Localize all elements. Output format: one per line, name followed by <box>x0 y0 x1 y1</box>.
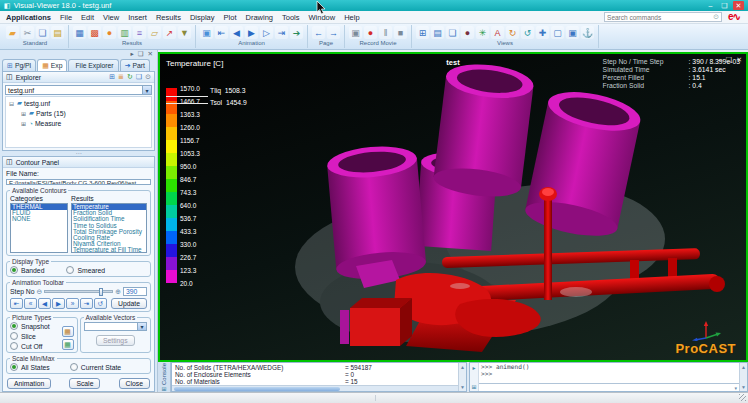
animation-button[interactable]: Animation <box>7 378 51 389</box>
console-tab[interactable]: Console <box>161 363 167 385</box>
next-page-icon[interactable]: → <box>327 26 340 39</box>
message-hscrollbar[interactable] <box>172 385 458 391</box>
radio-snapshot[interactable]: Snapshot <box>10 322 60 330</box>
globe-icon[interactable]: ● <box>461 26 474 39</box>
close-button[interactable]: ✕ <box>733 1 744 10</box>
first-frame-icon[interactable]: ⇤ <box>215 26 228 39</box>
category-none[interactable]: NONE <box>11 216 67 222</box>
tree-expander-icon[interactable]: ⊟ <box>8 100 15 107</box>
step-forward-icon[interactable]: ▷ <box>260 26 273 39</box>
scroll-up-icon[interactable]: ▲ <box>741 364 746 370</box>
console-tab-strip[interactable]: Console ⊞ <box>158 362 171 392</box>
vector-plot-icon[interactable]: ↗ <box>163 26 176 39</box>
slice-tool-icon[interactable]: ▦ <box>62 326 74 337</box>
options-icon[interactable]: ⊙ <box>145 73 151 81</box>
menu-item[interactable]: File <box>60 13 72 22</box>
last-frame-icon[interactable]: ⇥ <box>275 26 288 39</box>
prev-page-icon[interactable]: ← <box>312 26 325 39</box>
banded-contour-icon[interactable]: ▩ <box>88 26 101 39</box>
tab-pg-pl[interactable]: ⊞Pg/Pl <box>2 59 36 71</box>
float-icon[interactable]: ❏ <box>138 50 144 58</box>
pause-icon[interactable]: ‖ <box>379 26 392 39</box>
window-layout-icon[interactable]: ⊞ <box>416 26 429 39</box>
sphere-icon[interactable]: ● <box>103 26 116 39</box>
filter-icon[interactable]: ▼ <box>178 26 191 39</box>
grid-icon[interactable]: ⊞ <box>471 383 476 390</box>
explorer-dropdown[interactable]: testg.unf ▾ <box>5 85 152 95</box>
open-folder-icon[interactable]: ▰ <box>6 26 19 39</box>
menu-item[interactable]: Results <box>156 13 181 22</box>
settings-button[interactable]: Settings <box>96 335 135 346</box>
scroll-down-icon[interactable]: ▼ <box>460 384 465 390</box>
close-button[interactable]: Close <box>119 378 150 389</box>
chevron-down-icon[interactable]: ▾ <box>137 323 146 330</box>
chart-icon[interactable]: ▥ <box>118 26 131 39</box>
step-forward-button[interactable]: » <box>66 298 79 309</box>
refresh-icon[interactable]: ↻ <box>127 73 133 81</box>
result-temperature-at-fill-time[interactable]: Temperature at Fill Time <box>72 247 146 253</box>
restore-button[interactable]: ❏ <box>719 1 730 10</box>
fast-rewind-button[interactable]: « <box>24 298 37 309</box>
step-slider[interactable] <box>44 290 113 293</box>
play-icon[interactable]: ▶ <box>245 26 258 39</box>
loop-button[interactable]: ↺ <box>94 298 107 309</box>
scroll-down-icon[interactable]: ▼ <box>741 384 746 390</box>
record-icon[interactable]: ● <box>364 26 377 39</box>
3d-viewport[interactable]: Temperature [C] test – ❏ ✕ 1570.01466.71… <box>158 52 748 362</box>
file-name-field[interactable]: E:/Installs/ESI/Test/Body CG 3-600 Rev06… <box>6 179 151 185</box>
close-icon[interactable]: ✕ <box>148 50 153 58</box>
vectors-dropdown[interactable]: ▾ <box>84 322 148 331</box>
radio-banded[interactable]: Banded <box>10 266 44 274</box>
stop-icon[interactable]: ■ <box>394 26 407 39</box>
run-icon[interactable]: ▸ <box>472 364 475 371</box>
tree-item-measure[interactable]: ⊞◔Measure <box>6 118 151 128</box>
radio-cut-off[interactable]: Cut Off <box>10 342 60 350</box>
float-window-icon[interactable]: ❏ <box>136 73 142 81</box>
step-value-field[interactable]: 390 <box>123 287 147 296</box>
rotate-icon[interactable]: ↻ <box>506 26 519 39</box>
search-input[interactable] <box>607 14 713 21</box>
radio-smeared[interactable]: Smeared <box>66 266 105 274</box>
play-button[interactable]: ▶ <box>52 298 65 309</box>
scale-button[interactable]: Scale <box>69 378 100 389</box>
message-scrollbar[interactable]: ▲▼ <box>458 363 466 391</box>
menu-item[interactable]: Display <box>190 13 215 22</box>
minimize-button[interactable]: – <box>705 1 716 10</box>
layers-icon[interactable]: ≡ <box>133 26 146 39</box>
command-panel[interactable]: ▸ ⊞ >>> animend()>>> ▾ ▲▼ <box>469 362 748 392</box>
menu-item[interactable]: Applications <box>6 13 51 22</box>
tab-exp[interactable]: ▦Exp <box>37 59 67 71</box>
pan-icon[interactable]: ✚ <box>536 26 549 39</box>
chevron-down-icon[interactable]: ▾ <box>142 86 151 94</box>
spin-icon[interactable]: ↺ <box>521 26 534 39</box>
film-icon[interactable]: ▣ <box>200 26 213 39</box>
update-button[interactable]: Update <box>111 298 147 309</box>
copy-icon[interactable]: ❏ <box>36 26 49 39</box>
tree-item-parts[interactable]: ⊞▰Parts (15) <box>6 108 151 118</box>
command-input[interactable]: ▾ <box>479 383 739 391</box>
command-scrollbar[interactable]: ▲▼ <box>739 363 747 391</box>
fast-forward-button[interactable]: ⇥ <box>80 298 93 309</box>
radio-all-states[interactable]: All States <box>10 363 50 371</box>
grid-icon[interactable]: ⊞ <box>161 385 166 392</box>
annotate-icon[interactable]: A <box>491 26 504 39</box>
radio-slice[interactable]: Slice <box>10 332 60 340</box>
cutoff-tool-icon[interactable]: ▦ <box>62 339 74 350</box>
search-box[interactable]: ⊙ <box>604 12 722 22</box>
menu-item[interactable]: Help <box>344 13 359 22</box>
menu-item[interactable]: Tools <box>282 13 300 22</box>
open-case-icon[interactable]: ▱ <box>148 26 161 39</box>
hscroll-thumb[interactable] <box>174 387 340 391</box>
tree-item-root[interactable]: ⊟▰testg.unf <box>6 98 151 108</box>
first-frame-button[interactable]: ⇤ <box>10 298 23 309</box>
tab-file-explorer[interactable]: File Explorer <box>68 59 118 71</box>
axes-icon[interactable]: ✳ <box>476 26 489 39</box>
zoom-area-icon[interactable]: ▢ <box>551 26 564 39</box>
pin-icon[interactable]: ▸ <box>130 50 133 58</box>
copy-view-icon[interactable]: ❏ <box>446 26 459 39</box>
tree-expander-icon[interactable]: ⊞ <box>20 120 27 127</box>
contour-plot-icon[interactable]: ▦ <box>73 26 86 39</box>
tree-expander-icon[interactable]: ⊞ <box>20 110 27 117</box>
step-back-icon[interactable]: ◀ <box>230 26 243 39</box>
menu-item[interactable]: Plot <box>224 13 237 22</box>
